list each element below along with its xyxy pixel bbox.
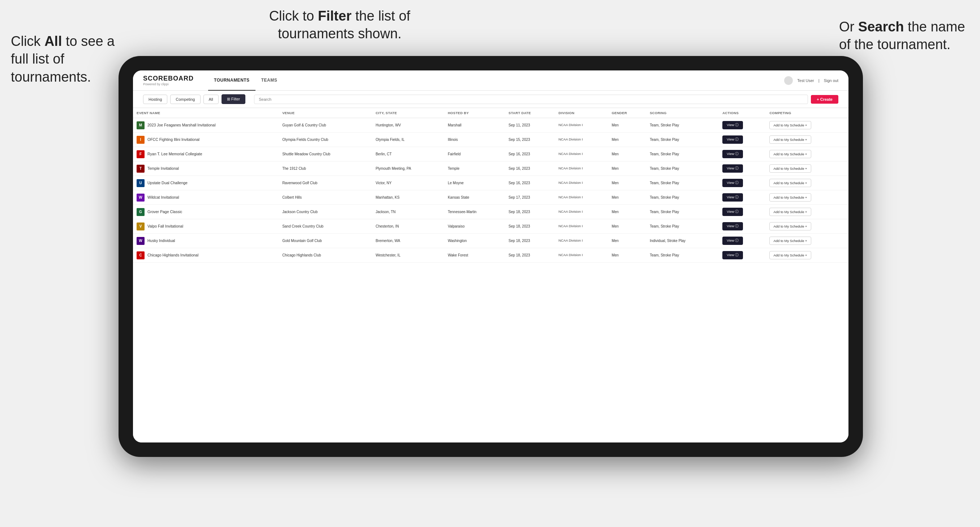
all-button[interactable]: All — [204, 95, 219, 104]
start-date-cell-7: Sep 18, 2023 — [505, 219, 555, 234]
annotation-topcenter: Click to Filter the list of tournaments … — [246, 7, 434, 43]
event-name-cell-3: T Temple Invitational — [133, 162, 278, 176]
actions-cell-1: View ⓘ — [719, 133, 766, 147]
view-button-6[interactable]: View ⓘ — [722, 208, 743, 216]
scoring-cell-8: Individual, Stroke Play — [646, 234, 719, 248]
division-cell-9: NCAA Division I — [555, 248, 608, 263]
view-button-7[interactable]: View ⓘ — [722, 222, 743, 230]
hosted-by-cell-1: Illinois — [444, 133, 505, 147]
col-actions: ACTIONS — [719, 108, 766, 118]
table-row: W Husky Individual Gold Mountain Golf Cl… — [133, 234, 848, 248]
competing-button[interactable]: Competing — [170, 95, 200, 104]
scoring-cell-1: Team, Stroke Play — [646, 133, 719, 147]
venue-cell-4: Ravenwood Golf Club — [278, 176, 372, 190]
scoring-cell-6: Team, Stroke Play — [646, 205, 719, 219]
add-schedule-button-5[interactable]: Add to My Schedule + — [769, 193, 811, 202]
filter-button[interactable]: ⊞ Filter — [221, 94, 246, 104]
table-row: M 2023 Joe Feaganes Marshall Invitationa… — [133, 118, 848, 133]
start-date-cell-0: Sep 11, 2023 — [505, 118, 555, 133]
view-button-2[interactable]: View ⓘ — [722, 150, 743, 158]
add-schedule-button-6[interactable]: Add to My Schedule + — [769, 208, 811, 216]
add-schedule-button-7[interactable]: Add to My Schedule + — [769, 222, 811, 230]
event-name-9: Chicago Highlands Invitational — [148, 252, 198, 258]
table-row: T Temple Invitational The 1912 Club Plym… — [133, 162, 848, 176]
divider: | — [818, 78, 819, 83]
city-state-cell-2: Berlin, CT — [372, 147, 444, 162]
hosting-button[interactable]: Hosting — [143, 95, 167, 104]
competing-cell-8: Add to My Schedule + — [766, 234, 848, 248]
gender-cell-6: Men — [608, 205, 646, 219]
add-schedule-button-0[interactable]: Add to My Schedule + — [769, 121, 811, 129]
venue-cell-5: Colbert Hills — [278, 190, 372, 205]
add-schedule-button-3[interactable]: Add to My Schedule + — [769, 164, 811, 173]
table-row: C Chicago Highlands Invitational Chicago… — [133, 248, 848, 263]
competing-cell-0: Add to My Schedule + — [766, 118, 848, 133]
view-button-3[interactable]: View ⓘ — [722, 164, 743, 173]
annotation-topright: Or Search the name of the tournament. — [839, 18, 969, 54]
city-state-cell-9: Westchester, IL — [372, 248, 444, 263]
col-division: DIVISION — [555, 108, 608, 118]
table-row: F Ryan T. Lee Memorial Collegiate Shuttl… — [133, 147, 848, 162]
table-row: U Upstate Dual Challenge Ravenwood Golf … — [133, 176, 848, 190]
team-logo-3: T — [137, 165, 145, 173]
competing-cell-6: Add to My Schedule + — [766, 205, 848, 219]
search-input[interactable] — [254, 95, 808, 104]
venue-cell-9: Chicago Highlands Club — [278, 248, 372, 263]
view-button-5[interactable]: View ⓘ — [722, 193, 743, 202]
competing-cell-5: Add to My Schedule + — [766, 190, 848, 205]
division-cell-4: NCAA Division I — [555, 176, 608, 190]
gender-cell-5: Men — [608, 190, 646, 205]
table-row: W Wildcat Invitational Colbert Hills Man… — [133, 190, 848, 205]
city-state-cell-1: Olympia Fields, IL — [372, 133, 444, 147]
competing-cell-3: Add to My Schedule + — [766, 162, 848, 176]
hosted-by-cell-2: Fairfield — [444, 147, 505, 162]
start-date-cell-8: Sep 18, 2023 — [505, 234, 555, 248]
tab-tournaments[interactable]: TOURNAMENTS — [208, 70, 256, 90]
team-logo-0: M — [137, 121, 145, 129]
event-name-3: Temple Invitational — [148, 166, 179, 171]
scoring-cell-0: Team, Stroke Play — [646, 118, 719, 133]
logo-powered: Powered by clippi — [143, 83, 194, 86]
logo-text: SCOREBOARD — [143, 75, 194, 83]
gender-cell-9: Men — [608, 248, 646, 263]
city-state-cell-4: Victor, NY — [372, 176, 444, 190]
hosted-by-cell-3: Temple — [444, 162, 505, 176]
actions-cell-4: View ⓘ — [719, 176, 766, 190]
hosted-by-cell-9: Wake Forest — [444, 248, 505, 263]
gender-cell-0: Men — [608, 118, 646, 133]
view-button-8[interactable]: View ⓘ — [722, 237, 743, 245]
event-name-4: Upstate Dual Challenge — [148, 180, 188, 186]
signout-link[interactable]: Sign out — [824, 78, 838, 83]
city-state-cell-5: Manhattan, KS — [372, 190, 444, 205]
col-gender: GENDER — [608, 108, 646, 118]
view-button-1[interactable]: View ⓘ — [722, 135, 743, 144]
gender-cell-8: Men — [608, 234, 646, 248]
event-name-cell-9: C Chicago Highlands Invitational — [133, 248, 278, 263]
view-button-4[interactable]: View ⓘ — [722, 179, 743, 187]
venue-cell-8: Gold Mountain Golf Club — [278, 234, 372, 248]
venue-cell-1: Olympia Fields Country Club — [278, 133, 372, 147]
view-button-0[interactable]: View ⓘ — [722, 121, 743, 129]
view-button-9[interactable]: View ⓘ — [722, 251, 743, 259]
add-schedule-button-1[interactable]: Add to My Schedule + — [769, 135, 811, 144]
division-cell-6: NCAA Division I — [555, 205, 608, 219]
add-schedule-button-2[interactable]: Add to My Schedule + — [769, 150, 811, 158]
scoring-cell-2: Team, Stroke Play — [646, 147, 719, 162]
event-name-0: 2023 Joe Feaganes Marshall Invitational — [148, 122, 216, 128]
add-schedule-button-9[interactable]: Add to My Schedule + — [769, 251, 811, 259]
add-schedule-button-8[interactable]: Add to My Schedule + — [769, 237, 811, 245]
city-state-cell-7: Chesterton, IN — [372, 219, 444, 234]
add-schedule-button-4[interactable]: Add to My Schedule + — [769, 179, 811, 187]
venue-cell-7: Sand Creek Country Club — [278, 219, 372, 234]
avatar — [784, 76, 793, 85]
col-competing: COMPETING — [766, 108, 848, 118]
tournaments-table-container: EVENT NAME VENUE CITY, STATE HOSTED BY S… — [133, 108, 848, 443]
tab-teams[interactable]: TEAMS — [256, 70, 283, 90]
hosted-by-cell-4: Le Moyne — [444, 176, 505, 190]
city-state-cell-6: Jackson, TN — [372, 205, 444, 219]
hosted-by-cell-8: Washington — [444, 234, 505, 248]
division-cell-8: NCAA Division I — [555, 234, 608, 248]
hosted-by-cell-6: Tennessee-Martin — [444, 205, 505, 219]
create-button[interactable]: + Create — [811, 95, 838, 104]
col-hosted-by: HOSTED BY — [444, 108, 505, 118]
